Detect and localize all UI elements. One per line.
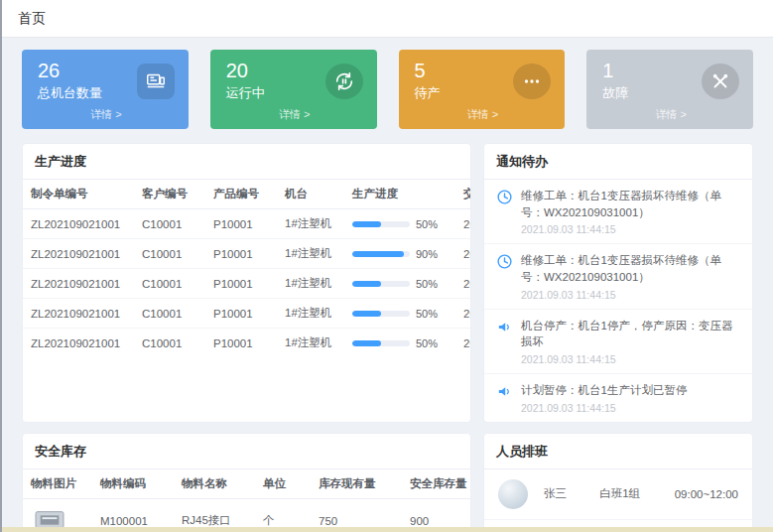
progress-bar: 50% [352,218,448,230]
customer-no: C10001 [134,209,205,239]
order-no: ZL202109021001 [23,329,134,358]
column-header: 安全库存量 [402,469,471,499]
product-no: P10001 [205,269,277,299]
stat-value: 1 [602,60,628,81]
detail-link[interactable]: 详情 > [602,107,739,122]
column-header: 物料图片 [23,469,92,499]
product-no: P10001 [205,209,277,239]
notification-time: 2021.09.03 11:44:15 [521,223,740,235]
column-header: 制令单编号 [23,180,134,209]
page-edge [2,527,773,532]
panel-title: 安全库存 [23,434,470,469]
ellipsis-icon [513,64,551,99]
table-header-row: 制令单编号 客户编号 产品编号 机台 生产进度 交货日期 [23,180,471,209]
notification-item[interactable]: 维修工单：机台1变压器损坏待维修（单号：WX202109031001） 2021… [484,180,752,244]
top-bar: 首页 [2,0,773,38]
column-header: 物料名称 [174,469,255,499]
card-fault: 1 故障 详情 > [586,50,753,129]
clock-icon [496,189,513,235]
machine-name: 1#注塑机 [277,209,344,239]
speaker-icon [496,319,513,365]
tab-home[interactable]: 首页 [18,10,46,28]
inventory-table: 物料图片 物料编码 物料名称 单位 库存现有量 安全库存量 [23,469,471,532]
product-no: P10001 [205,299,277,329]
sync-icon [325,64,363,99]
notification-text: 机台停产：机台1停产，停产原因：变压器损坏 [521,318,740,350]
notification-item[interactable]: 计划暂停：机台1生产计划已暂停 2021.09.03 11:44:15 [484,374,752,422]
speaker-icon [496,383,513,414]
delivery-date: 2021-09-10 [455,299,471,329]
delivery-date: 2021-09-10 [455,269,471,299]
progress-label: 50% [416,308,438,320]
staff-schedule-panel: 人员排班 张三 白班1组 09:00~12:00 李四 白班2组 12:00~1… [483,433,753,532]
delivery-date: 2021-09-10 [455,209,471,239]
customer-no: C10001 [134,239,205,269]
notification-text: 维修工单：机台1变压器损坏待维修（单号：WX202109031001） [521,252,740,285]
panel-row-1: 生产进度 制令单编号 客户编号 产品编号 机台 生产进度 交货日期 ZL2021… [2,133,773,423]
column-header: 机台 [277,180,344,209]
progress-bar: 50% [352,308,448,320]
progress-bar: 50% [352,278,448,290]
panel-row-2: 安全库存 物料图片 物料编码 物料名称 单位 库存现有量 安全库存量 [2,423,773,532]
stat-value: 20 [226,60,265,81]
order-no: ZL202109021001 [23,209,134,239]
order-no: ZL202109021001 [23,239,134,269]
production-progress-panel: 生产进度 制令单编号 客户编号 产品编号 机台 生产进度 交货日期 ZL2021… [22,143,471,423]
panel-title: 人员排班 [484,434,752,469]
notification-item[interactable]: 机台停产：机台1停产，停产原因：变压器损坏 2021.09.03 11:44:1… [484,310,752,374]
progress-label: 50% [416,278,438,290]
stat-label: 待产 [415,84,441,102]
customer-no: C10001 [134,299,205,329]
notification-item[interactable]: 维修工单：机台1变压器损坏待维修（单号：WX202109031001） 2021… [484,244,752,309]
clock-icon [496,253,513,300]
customer-no: C10001 [134,269,205,299]
detail-link[interactable]: 详情 > [415,107,552,122]
tools-icon [702,64,739,99]
production-table: 制令单编号 客户编号 产品编号 机台 生产进度 交货日期 ZL202109021… [23,180,471,357]
machine-name: 1#注塑机 [277,269,344,299]
staff-time: 09:00~12:00 [675,488,738,500]
customer-no: C10001 [134,329,205,358]
machine-name: 1#注塑机 [277,299,344,329]
detail-link[interactable]: 详情 > [226,107,363,122]
avatar [498,479,528,509]
progress-label: 50% [416,337,438,349]
column-header: 产品编号 [205,180,277,209]
staff-name: 张三 [544,486,599,501]
panel-title: 生产进度 [23,144,470,180]
stat-value: 26 [38,60,102,81]
progress-label: 90% [416,248,438,260]
column-header: 客户编号 [134,180,205,209]
stat-value: 5 [415,60,441,81]
table-row: ZL202109021001 C10001 P10001 1#注塑机 50% 2… [23,329,471,358]
notification-text: 计划暂停：机台1生产计划已暂停 [521,382,687,399]
order-no: ZL202109021001 [23,269,134,299]
machine-name: 1#注塑机 [277,239,344,269]
panel-title: 通知待办 [484,144,752,180]
progress-bar: 50% [352,337,448,349]
column-header: 生产进度 [344,180,455,209]
column-header: 交货日期 [455,180,471,209]
progress-bar: 90% [352,248,448,260]
machine-icon [137,64,175,99]
machine-name: 1#注塑机 [277,329,344,358]
stat-label: 运行中 [226,84,265,102]
notification-time: 2021.09.03 11:44:15 [521,353,740,365]
stat-label: 故障 [602,84,628,102]
staff-shift: 白班1组 [599,486,675,501]
column-header: 单位 [255,469,311,499]
notification-time: 2021.09.03 11:44:15 [521,289,740,301]
staff-row: 张三 白班1组 09:00~12:00 [484,469,752,520]
order-no: ZL202109021001 [23,299,134,329]
table-row: ZL202109021001 C10001 P10001 1#注塑机 50% 2… [23,299,471,329]
card-running: 20 运行中 详情 > [210,50,377,129]
product-no: P10001 [205,239,277,269]
detail-link[interactable]: 详情 > [38,107,175,122]
table-row: ZL202109021001 C10001 P10001 1#注塑机 50% 2… [23,269,471,299]
table-row: ZL202109021001 C10001 P10001 1#注塑机 90% 2… [23,239,471,269]
notifications-panel: 通知待办 维修工单：机台1变压器损坏待维修（单号：WX202109031001）… [483,143,753,423]
notification-time: 2021.09.03 11:44:15 [521,402,687,414]
notification-text: 维修工单：机台1变压器损坏待维修（单号：WX202109031001） [521,188,740,220]
card-waiting: 5 待产 详情 > [399,50,566,129]
progress-label: 50% [416,218,438,230]
